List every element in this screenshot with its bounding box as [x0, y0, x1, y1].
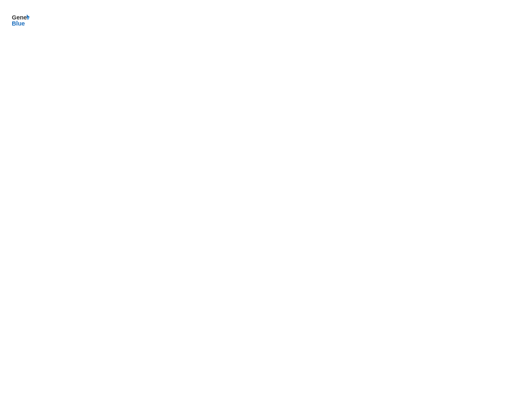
logo-icon: General Blue — [11, 11, 30, 30]
svg-text:Blue: Blue — [11, 20, 25, 27]
logo: General Blue — [11, 11, 30, 30]
page-header: General Blue — [11, 11, 521, 30]
